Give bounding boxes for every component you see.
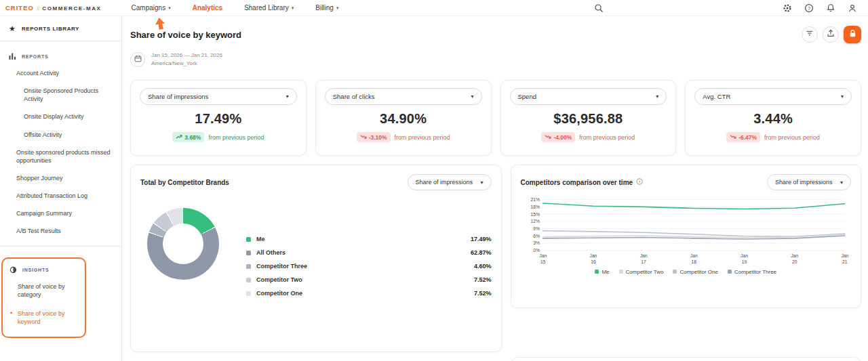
nav-label: Analytics [193, 4, 222, 12]
delta-note: from previous period [395, 134, 450, 141]
delta-note: from previous period [579, 134, 635, 141]
line-legend: Me Competitor Two Competitor One Competi… [521, 269, 852, 275]
reports-library-header[interactable]: ★ REPORTS LIBRARY [0, 16, 121, 41]
filter-button[interactable] [802, 26, 818, 43]
kpi-delta: -6.47% from previous period [694, 132, 852, 142]
kpi-metric-label: Spend [518, 93, 536, 100]
legend-item-competitor-one[interactable]: Competitor One [673, 269, 717, 275]
sidebar-item-onsite-display-activity[interactable]: Onsite Display Activity [0, 108, 121, 125]
sidebar-item-shopper-journey[interactable]: Shopper Journey [0, 169, 121, 187]
legend-row: Competitor One 7.52% [246, 286, 492, 300]
sidebar-item-share-of-voice-by-category[interactable]: Share of voice by category [3, 277, 85, 304]
sidebar-item-share-of-voice-by-keyword[interactable]: Share of voice by keyword [3, 304, 85, 331]
insights-highlight-box: INSIGHTS Share of voice by category Shar… [1, 257, 86, 339]
nav-label: Shared Library [244, 4, 289, 12]
kpi-metric-dropdown[interactable]: Share of impressions ▾ [140, 88, 297, 105]
line-card-title: Competitors comparison over time [521, 179, 633, 186]
kpi-metric-dropdown[interactable]: Spend ▾ [510, 88, 667, 105]
sidebar-item-offsite-activity[interactable]: Offsite Activity [0, 126, 121, 144]
sidebar-item-account-activity[interactable]: Account Activity [0, 64, 121, 82]
svg-text:21: 21 [842, 259, 848, 264]
kpi-metric-label: Avg. CTR [703, 93, 730, 100]
export-button[interactable] [823, 26, 839, 43]
donut-legend: Me 17.49% All Others 62.87% Competitor T… [246, 232, 492, 300]
info-icon[interactable]: i [636, 178, 643, 186]
reports-section-header: REPORTS [0, 41, 121, 64]
bell-icon[interactable] [826, 3, 835, 13]
calendar-icon [134, 54, 142, 66]
svg-text:Jan: Jan [589, 253, 597, 258]
lock-icon [848, 28, 858, 41]
kpi-value: 3.44% [694, 111, 852, 127]
chevron-down-icon: ▾ [471, 93, 473, 100]
delta-value: -4.00% [553, 134, 572, 141]
legend-label: Competitor Two [256, 276, 302, 283]
legend-swatch [246, 291, 251, 296]
reports-sidebar: ★ REPORTS LIBRARY REPORTS Account Activi… [0, 16, 122, 361]
legend-item-me[interactable]: Me [595, 269, 609, 275]
nav-campaigns[interactable]: Campaigns ▾ [132, 4, 171, 12]
legend-label: Me [256, 236, 265, 242]
criteo-logo[interactable]: CRITEO // COMMERCE-MAX [5, 4, 102, 12]
kpi-metric-label: Share of clicks [333, 93, 375, 100]
chevron-down-icon: ▾ [336, 5, 339, 11]
sidebar-divider [0, 246, 121, 247]
date-range: Jan 15, 2026 — Jan 21, 2026 [151, 51, 222, 60]
svg-text:Jan: Jan [791, 253, 798, 258]
page-title: Share of voice by keyword [130, 30, 241, 40]
legend-item-competitor-two[interactable]: Competitor Two [619, 269, 664, 275]
sidebar-item-attributed-transaction-log[interactable]: Attributed Transaction Log [0, 187, 121, 205]
svg-text:3%: 3% [533, 240, 540, 245]
chevron-down-icon: ▾ [168, 5, 171, 11]
top-navigation: CRITEO // COMMERCE-MAX Campaigns ▾ Analy… [0, 0, 868, 16]
trend-icon [545, 134, 551, 141]
donut-metric-dropdown[interactable]: Share of impressions ▾ [408, 174, 492, 190]
reports-library-label: REPORTS LIBRARY [22, 26, 79, 32]
delta-value: -6.47% [738, 134, 757, 141]
chevron-down-icon: ▾ [480, 179, 483, 186]
svg-text:18: 18 [691, 259, 696, 264]
kpi-card-share-of-clicks: Share of clicks ▾ 34.90% -3.10% from pre… [315, 80, 492, 156]
kpi-metric-dropdown[interactable]: Share of clicks ▾ [325, 88, 482, 105]
svg-text:15%: 15% [530, 212, 539, 217]
kpi-value: 17.49% [140, 111, 297, 127]
gear-icon[interactable] [783, 3, 792, 13]
save-button[interactable] [844, 26, 861, 43]
donut-card-title: Total by Competitor Brands [140, 179, 229, 186]
insights-section-label: INSIGHTS [22, 268, 49, 272]
legend-label: Competitor One [256, 290, 302, 297]
sidebar-item-onsite-sponsored-products-activity[interactable]: Onsite Sponsored Products Activity [0, 82, 121, 108]
sidebar-item-missed-opportunities[interactable]: Onsite sponsored products missed opportu… [0, 144, 121, 169]
svg-text:15: 15 [540, 259, 546, 264]
legend-label: Competitor Three [256, 263, 307, 270]
svg-text:Jan: Jan [741, 253, 748, 258]
calendar-button[interactable] [130, 52, 145, 67]
legend-value: 4.60% [474, 263, 492, 270]
nav-shared-library[interactable]: Shared Library ▾ [244, 4, 294, 12]
delta-value: 3.68% [184, 134, 201, 141]
help-icon[interactable]: ? [804, 3, 814, 13]
nav-icon-group: ? [783, 3, 857, 13]
legend-swatch [673, 270, 677, 274]
account-icon[interactable] [848, 3, 857, 13]
sidebar-item-ab-test-results[interactable]: A/B Test Results [0, 222, 121, 240]
kpi-row: Share of impressions ▾ 17.49% 3.68% from… [130, 80, 861, 156]
svg-text:17: 17 [641, 259, 646, 264]
svg-text:Jan: Jan [639, 253, 647, 258]
donut-metric-label: Share of impressions [416, 179, 473, 186]
trend-icon [176, 134, 182, 141]
nav-billing[interactable]: Billing ▾ [315, 4, 338, 12]
competitors-comparison-card: Competitors comparison over time i Share… [511, 165, 862, 308]
charts-row: Total by Competitor Brands Share of impr… [130, 165, 861, 361]
search-icon[interactable] [594, 3, 604, 16]
nav-label: Billing [315, 4, 334, 12]
legend-item-competitor-three[interactable]: Competitor Three [728, 269, 776, 275]
insights-icon [9, 266, 17, 274]
kpi-metric-dropdown[interactable]: Avg. CTR ▾ [694, 88, 852, 105]
donut-chart [147, 208, 219, 280]
svg-text:9%: 9% [533, 226, 540, 231]
sidebar-item-campaign-summary[interactable]: Campaign Summary [0, 205, 121, 222]
line-metric-dropdown[interactable]: Share of impressions ▾ [767, 174, 851, 190]
nav-analytics[interactable]: Analytics ▾ [193, 4, 222, 12]
delta-value: -3.10% [369, 134, 387, 141]
